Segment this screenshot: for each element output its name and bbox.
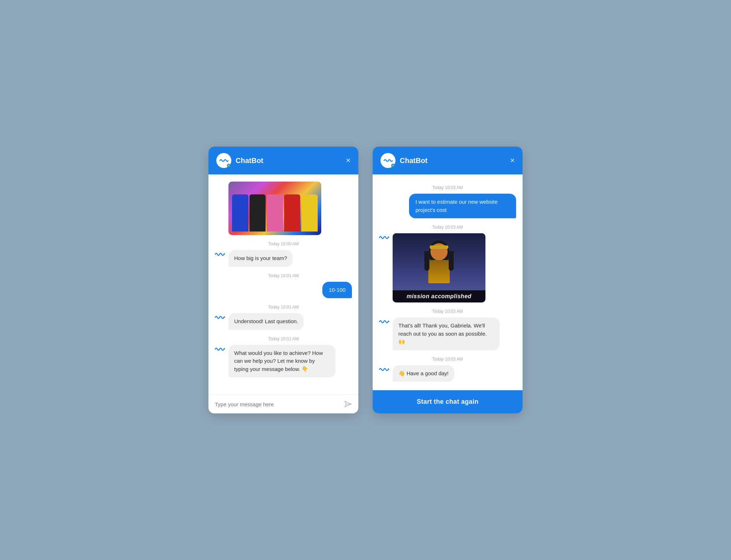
timestamp: Today 10:01 AM: [215, 336, 352, 341]
left-chatbot-logo: [216, 153, 231, 168]
timestamp: Today 10:03 AM: [379, 357, 516, 362]
left-send-button[interactable]: [344, 401, 352, 408]
ranger-figures: [228, 182, 321, 235]
ranger-yellow: [301, 194, 318, 231]
online-status-dot-right: [391, 164, 395, 167]
list-item: Understood! Last question.: [215, 313, 352, 330]
timestamp: Today 10:01 AM: [215, 273, 352, 278]
left-message-input[interactable]: [215, 401, 341, 407]
waves-logo-icon-right: [383, 157, 393, 164]
bot-bubble: What would you like to achieve? How can …: [228, 345, 336, 378]
bot-waves-icon: [379, 317, 389, 326]
mission-accomplished-gif: mission accomplished: [393, 233, 485, 302]
waves-logo-icon: [219, 157, 228, 164]
mission-gif-background: [393, 233, 485, 290]
bot-bubble: How big is your team?: [228, 250, 293, 267]
left-header-title: ChatBot: [236, 157, 342, 165]
list-item: I want to estimate our new website proje…: [379, 194, 516, 218]
mission-text-overlay: mission accomplished: [393, 290, 485, 302]
bot-waves-icon: [215, 345, 225, 354]
send-icon: [344, 401, 352, 408]
right-header-title: ChatBot: [400, 157, 506, 165]
list-item: What would you like to achieve? How can …: [215, 345, 352, 378]
page-container: ChatBot × Today 10:00 AM: [194, 125, 537, 435]
bot-bubble: That's all! Thank you, Gabriela. We'll r…: [393, 317, 500, 350]
ranger-blue: [232, 194, 248, 231]
bot-bubble: 👋 Have a good day!: [393, 365, 454, 382]
rangers-gif-image: [228, 182, 321, 235]
list-item: 10-100: [215, 282, 352, 299]
user-bubble: I want to estimate our new website proje…: [409, 194, 516, 218]
timestamp: Today 10:03 AM: [379, 185, 516, 190]
ranger-black: [249, 194, 266, 231]
online-status-dot: [227, 164, 231, 167]
bot-bubble: Understood! Last question.: [228, 313, 304, 330]
list-item: [215, 182, 352, 235]
ranger-red: [284, 194, 301, 231]
bot-waves-icon: [379, 365, 389, 374]
timestamp: Today 10:03 AM: [379, 309, 516, 314]
timestamp: Today 10:01 AM: [215, 305, 352, 310]
left-chat-header: ChatBot ×: [208, 147, 358, 174]
right-chatbot-logo: [380, 153, 395, 168]
left-chat-input-area: [208, 394, 358, 413]
left-close-button[interactable]: ×: [346, 157, 351, 164]
bot-waves-icon: [379, 233, 389, 242]
user-bubble: 10-100: [322, 282, 352, 299]
right-close-button[interactable]: ×: [510, 157, 515, 164]
list-item: How big is your team?: [215, 250, 352, 267]
left-chat-window: ChatBot × Today 10:00 AM: [208, 147, 358, 413]
timestamp: Today 10:03 AM: [379, 225, 516, 230]
ranger-pink: [267, 194, 283, 231]
list-item: mission accomplished: [379, 233, 516, 302]
start-chat-again-button[interactable]: Start the chat again: [373, 390, 523, 413]
list-item: That's all! Thank you, Gabriela. We'll r…: [379, 317, 516, 350]
right-chat-window: ChatBot × Today 10:03 AM I want to estim…: [373, 147, 523, 413]
bot-waves-icon: [215, 250, 225, 259]
list-item: 👋 Have a good day!: [379, 365, 516, 382]
left-chat-body: Today 10:00 AM How big is your team? Tod…: [208, 174, 358, 394]
bot-waves-icon: [215, 313, 225, 322]
right-chat-header: ChatBot ×: [373, 147, 523, 174]
right-chat-body: Today 10:03 AM I want to estimate our ne…: [373, 174, 523, 390]
timestamp: Today 10:00 AM: [215, 241, 352, 246]
